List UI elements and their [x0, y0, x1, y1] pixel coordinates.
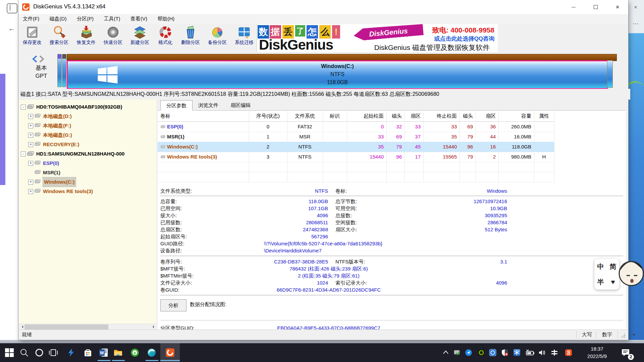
- taskbar-app-lightning[interactable]: [66, 348, 76, 357]
- tray-intel-graphics-icon[interactable]: [489, 349, 496, 356]
- microsoft-store-icon[interactable]: [83, 348, 93, 357]
- recover-files-button[interactable]: 恢复文件: [73, 25, 99, 51]
- save-changes-button[interactable]: 保存更改: [19, 25, 45, 51]
- windows-c-partition-bar[interactable]: Windows(C:) NTFS 118.0GB: [67, 60, 608, 89]
- tree-item-local-d[interactable]: + 本地磁盘(D:): [19, 112, 156, 121]
- scrollbar-thumb[interactable]: [24, 324, 108, 329]
- esp-partition-bar[interactable]: [57, 54, 62, 87]
- ime-heart-icon[interactable]: ♥: [607, 274, 619, 290]
- pie-icon: [210, 25, 224, 39]
- tray-ime-mode-icon[interactable]: [551, 349, 558, 356]
- ime-lang-indicator[interactable]: 中: [594, 259, 607, 274]
- task-view-icon[interactable]: [49, 348, 58, 357]
- background-menu-dots-icon: ⋯: [633, 20, 639, 27]
- backup-partition-button[interactable]: 备份分区: [205, 25, 230, 51]
- tray-nvidia-icon[interactable]: [478, 349, 485, 356]
- ad-banner[interactable]: 数 据 丢 了 怎 么 ! DiskGenius DiskGenius 致电: …: [257, 24, 498, 54]
- cortana-icon[interactable]: [35, 348, 44, 357]
- word-icon[interactable]: W: [99, 348, 108, 357]
- partition-icon: [34, 142, 41, 146]
- analyze-button[interactable]: 分析: [160, 299, 186, 311]
- expander-icon[interactable]: +: [28, 133, 33, 138]
- format-button[interactable]: 格式化: [153, 25, 178, 51]
- tree-item-hd1[interactable]: - HD1:SAMSUNGMZNLN128HAHQ-000: [19, 149, 156, 159]
- menu-file[interactable]: 文件(F): [18, 14, 44, 24]
- partition-row-esp[interactable]: ESP(0) 0FAT32 03233 336936 260.0MB: [158, 122, 554, 132]
- tree-item-local-f[interactable]: + 本地磁盘(F:): [19, 121, 156, 130]
- scroll-right-button[interactable]: [151, 324, 156, 329]
- tree-item-hd0[interactable]: - HD0:TOSHIBAMQ04ABF100(932GB): [19, 102, 156, 112]
- new-partition-button[interactable]: 新建分区: [127, 25, 153, 51]
- tree-item-windows-re[interactable]: + Windows RE tools(3): [19, 187, 156, 196]
- tray-sogou-icon[interactable]: S: [565, 349, 572, 356]
- menu-help[interactable]: 帮助(H): [153, 14, 179, 24]
- partition-icon: [160, 135, 166, 139]
- close-button[interactable]: ×: [607, 0, 628, 14]
- expander-icon[interactable]: +: [28, 123, 33, 128]
- menu-tools[interactable]: 工具(T): [99, 14, 124, 24]
- tree-item-local-g[interactable]: + 本地磁盘(G:): [19, 130, 156, 140]
- tree-item-msr[interactable]: MSR(1): [19, 168, 156, 177]
- banner-qq-link[interactable]: 或点击此处选择QQ咨询: [434, 35, 494, 43]
- quick-partition-button[interactable]: 快速分区: [100, 25, 126, 51]
- tree-horizontal-scrollbar[interactable]: [19, 324, 156, 329]
- expander-icon[interactable]: -: [21, 105, 26, 110]
- taskbar-clock[interactable]: 18:37 2022/5/9: [582, 345, 612, 360]
- tray-battery-icon[interactable]: [525, 349, 535, 356]
- system-migrate-button[interactable]: 系统迁移: [231, 25, 257, 51]
- tray-volume-icon[interactable]: [538, 349, 545, 356]
- minimize-button[interactable]: [562, 0, 585, 14]
- tray-security-shield-icon[interactable]: [501, 349, 508, 356]
- ime-simplified-indicator[interactable]: 简: [607, 259, 619, 274]
- allocation-map-label: 数据分配情况图:: [190, 301, 226, 308]
- tab-partition-params[interactable]: 分区参数: [160, 100, 193, 111]
- menu-disk[interactable]: 磁盘(D): [45, 14, 71, 24]
- tab-browse-files[interactable]: 浏览文件: [193, 100, 224, 110]
- re-tools-partition-bar[interactable]: [607, 60, 613, 88]
- partition-row-msr[interactable]: MSR(1) 1MSR 336937 357944 16.0MB: [158, 132, 554, 142]
- diskgenius-taskbar-active-cell[interactable]: [160, 343, 180, 362]
- ime-halfwidth-indicator[interactable]: 半: [594, 274, 607, 290]
- running-indicator: [112, 360, 125, 361]
- partition-icon: [34, 123, 41, 128]
- disk-nav-arrows[interactable]: [31, 55, 51, 63]
- resize-grip[interactable]: [621, 333, 626, 338]
- browser-360-icon[interactable]: e: [130, 348, 140, 357]
- running-indicator: [98, 360, 110, 361]
- disk-tree-panel: - HD0:TOSHIBAMQ04ABF100(932GB) + 本地磁盘(D:…: [19, 100, 157, 329]
- tray-chevron-icon[interactable]: [442, 349, 449, 356]
- scroll-left-button[interactable]: [19, 324, 24, 329]
- recover-files-icon: [79, 25, 93, 39]
- edge-icon[interactable]: [147, 348, 156, 357]
- ime-status-widget[interactable]: 中 简 半 ♥: [594, 259, 619, 290]
- expander-icon[interactable]: +: [28, 180, 33, 185]
- expander-icon[interactable]: +: [28, 142, 33, 147]
- expander-icon[interactable]: +: [28, 189, 33, 194]
- delete-partition-button[interactable]: 删除分区: [178, 25, 203, 51]
- tray-update-check-icon[interactable]: [453, 349, 461, 356]
- expander-icon[interactable]: -: [21, 152, 26, 157]
- menu-view[interactable]: 查看(V): [126, 14, 152, 24]
- partition-row-windows-re[interactable]: Windows RE tools(3) 3NTFS 154409617 1556…: [158, 152, 554, 162]
- detail-row: $MFT簇号:786432 (柱面:426 磁头:239 扇区:6): [158, 265, 624, 272]
- maximize-button[interactable]: [585, 0, 607, 14]
- tree-item-windows-c[interactable]: + Windows(C:): [19, 177, 156, 187]
- tree-item-esp[interactable]: + ESP(0): [19, 159, 156, 168]
- msr-partition-bar[interactable]: [62, 54, 66, 87]
- partition-row-windows-c[interactable]: Windows(C:) 2NTFS 357945 154409616 118.0…: [158, 142, 554, 152]
- expander-icon[interactable]: +: [28, 114, 33, 119]
- taskbar-search-icon[interactable]: [19, 348, 29, 357]
- search-partition-button[interactable]: 搜索分区: [46, 25, 72, 51]
- start-button[interactable]: [5, 348, 14, 357]
- banner-tagline: DiskGenius 磁盘管理及数据恢复软件: [374, 43, 490, 52]
- tray-snowflake-icon[interactable]: [513, 349, 521, 356]
- partition-icon: [34, 170, 41, 175]
- tab-sector-edit[interactable]: 扇区编辑: [225, 100, 256, 110]
- expander-icon[interactable]: +: [28, 161, 33, 166]
- tree-item-recovery-e[interactable]: + RECOVERY(E:): [19, 140, 156, 149]
- menu-partition[interactable]: 分区(P): [72, 14, 98, 24]
- tray-messenger-icon[interactable]: [465, 349, 472, 356]
- col-capacity: 容量: [498, 111, 531, 121]
- diskgenius-taskbar-icon[interactable]: [165, 348, 175, 357]
- file-explorer-icon[interactable]: [113, 348, 123, 357]
